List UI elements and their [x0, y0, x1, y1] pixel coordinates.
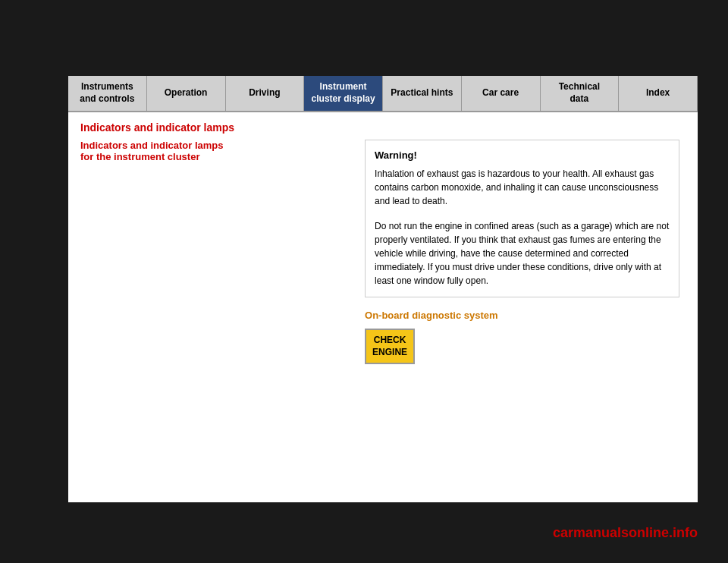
right-column: Warning! Inhalation of exhaust gas is ha…: [365, 140, 679, 364]
nav-item-instruments[interactable]: Instrumentsand controls: [68, 76, 147, 111]
nav-item-car-care[interactable]: Car care: [462, 76, 541, 111]
page-body: Indicators and indicator lamps Indicator…: [68, 112, 698, 502]
left-column: Indicators and indicator lampsfor the in…: [80, 140, 353, 167]
nav-item-operation[interactable]: Operation: [147, 76, 226, 111]
warning-box: Warning! Inhalation of exhaust gas is ha…: [365, 140, 679, 297]
branding-suffix: .info: [669, 525, 698, 540]
diagnostics-title: On-board diagnostic system: [365, 310, 679, 321]
check-engine-button[interactable]: CHECK ENGINE: [365, 329, 415, 364]
nav-item-index[interactable]: Index: [619, 76, 698, 111]
check-engine-line2: ENGINE: [372, 347, 407, 357]
nav-item-practical-hints[interactable]: Practical hints: [383, 76, 462, 111]
warning-paragraph2: Do not run the engine in confined areas …: [375, 219, 670, 288]
warning-paragraph1: Inhalation of exhaust gas is hazardous t…: [375, 167, 670, 208]
nav-item-driving[interactable]: Driving: [226, 76, 305, 111]
warning-title: Warning!: [375, 149, 670, 161]
content-columns: Indicators and indicator lampsfor the in…: [80, 140, 686, 364]
page-title: Indicators and indicator lamps: [80, 121, 686, 134]
branding: carmanualsonline.info: [553, 525, 698, 541]
nav-item-technical-data[interactable]: Technicaldata: [541, 76, 620, 111]
nav-item-instrument-cluster[interactable]: Instrumentcluster display: [304, 76, 383, 111]
main-container: Instrumentsand controls Operation Drivin…: [0, 0, 728, 563]
nav-bar: Instrumentsand controls Operation Drivin…: [68, 76, 698, 112]
bottom-bar: carmanualsonline.info: [0, 502, 728, 563]
section-title: Indicators and indicator lampsfor the in…: [80, 140, 345, 162]
check-engine-line1: CHECK: [374, 335, 406, 345]
branding-text: carmanualsonline: [553, 525, 669, 540]
